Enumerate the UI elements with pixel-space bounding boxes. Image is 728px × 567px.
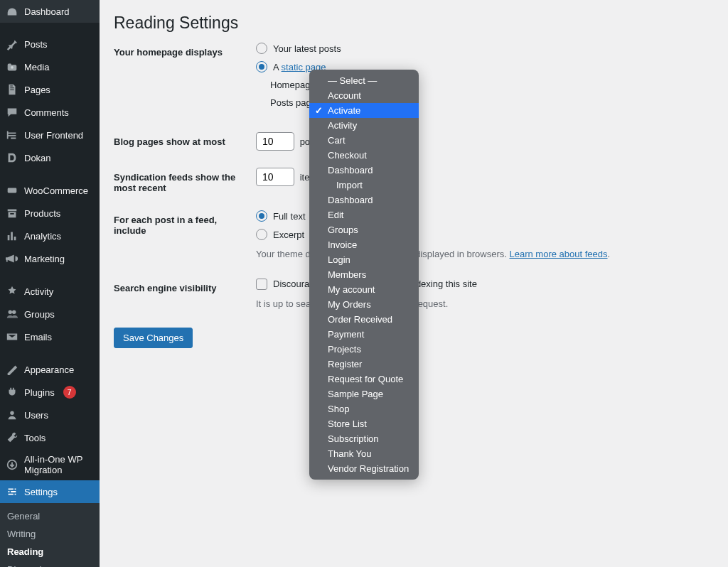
dropdown-option[interactable]: Vendor Registration: [309, 461, 419, 476]
sidebar-item-pages[interactable]: Pages: [0, 78, 100, 101]
tools-icon: [6, 431, 18, 444]
sidebar-item-all-in-one-wp-migration[interactable]: All-in-One WP Migration: [0, 449, 100, 480]
sidebar-item-posts[interactable]: Posts: [0, 33, 100, 55]
radio-latest-posts[interactable]: [256, 43, 267, 54]
dropdown-option[interactable]: Dashboard: [309, 193, 419, 207]
radio-full-text[interactable]: [256, 210, 267, 222]
megaphone-icon: [6, 252, 18, 265]
sidebar-item-label: Emails: [24, 332, 52, 342]
sidebar-item-analytics[interactable]: Analytics: [0, 225, 100, 247]
sidebar-item-plugins[interactable]: Plugins7: [0, 381, 100, 404]
sidebar-item-marketing[interactable]: Marketing: [0, 247, 100, 270]
admin-sidebar: DashboardPostsMediaPagesCommentsUser Fro…: [0, 0, 100, 567]
page-title: Reading Settings: [114, 7, 714, 43]
sidebar-item-users[interactable]: Users: [0, 404, 100, 426]
settings-submenu: GeneralWritingReadingDiscussionMedia: [0, 503, 100, 567]
radio-latest-posts-label: Your latest posts: [273, 43, 341, 54]
sidebar-item-products[interactable]: Products: [0, 202, 100, 225]
svg-point-3: [12, 310, 16, 314]
dropdown-option[interactable]: Shop: [309, 401, 419, 416]
sidebar-item-settings[interactable]: Settings: [0, 480, 100, 503]
dropdown-option[interactable]: Order Received: [309, 312, 419, 327]
sidebar-item-appearance[interactable]: Appearance: [0, 358, 100, 381]
dashboard-icon: [6, 5, 18, 18]
sidebar-item-label: Appearance: [24, 364, 74, 375]
dropdown-option[interactable]: Dashboard: [309, 163, 419, 178]
sidebar-item-woocommerce[interactable]: WooCommerce: [0, 179, 100, 202]
radio-excerpt-label: Excerpt: [273, 230, 304, 240]
dropdown-option[interactable]: Activate: [309, 103, 419, 118]
dropdown-option[interactable]: Thank You: [309, 446, 419, 461]
settings-icon: [6, 485, 18, 498]
dropdown-option[interactable]: Login: [309, 252, 419, 267]
radio-static-page[interactable]: [256, 61, 267, 72]
activity-icon: [6, 285, 18, 298]
submenu-item-reading[interactable]: Reading: [0, 543, 100, 561]
sidebar-item-label: Analytics: [24, 231, 61, 242]
archive-icon: [6, 207, 18, 220]
dropdown-option[interactable]: Account: [309, 88, 419, 103]
svg-point-4: [10, 411, 14, 415]
submenu-item-discussion[interactable]: Discussion: [0, 561, 100, 567]
sidebar-item-label: Posts: [24, 39, 48, 50]
dropdown-option[interactable]: My Orders: [309, 297, 419, 312]
migration-icon: [6, 458, 18, 471]
dropdown-option[interactable]: Invoice: [309, 237, 419, 252]
sidebar-item-dokan[interactable]: Dokan: [0, 146, 100, 169]
svg-point-2: [9, 310, 12, 314]
sidebar-item-groups[interactable]: Groups: [0, 303, 100, 325]
search-visibility-label: Search engine visibility: [114, 279, 256, 293]
dropdown-option[interactable]: Import: [309, 178, 419, 193]
sidebar-item-comments[interactable]: Comments: [0, 101, 100, 124]
sidebar-item-emails[interactable]: Emails: [0, 325, 100, 348]
dropdown-option[interactable]: — Select —: [309, 73, 419, 88]
sidebar-item-label: Settings: [24, 487, 58, 497]
sidebar-item-label: Activity: [24, 286, 53, 297]
dropdown-option[interactable]: Groups: [309, 222, 419, 237]
dropdown-option[interactable]: Cart: [309, 133, 419, 148]
sidebar-item-label: Products: [24, 208, 60, 219]
radio-excerpt[interactable]: [256, 229, 267, 240]
syndication-input[interactable]: [256, 168, 294, 186]
svg-point-0: [11, 66, 14, 69]
page-icon: [6, 83, 18, 96]
dropdown-option[interactable]: Projects: [309, 342, 419, 357]
dropdown-option[interactable]: Register: [309, 357, 419, 372]
dropdown-option[interactable]: Request for Quote: [309, 372, 419, 387]
users-icon: [6, 409, 18, 421]
page-select-dropdown[interactable]: — Select —AccountActivateActivityCartChe…: [309, 70, 419, 480]
chart-icon: [6, 230, 18, 242]
checkbox-discourage[interactable]: [256, 279, 267, 290]
sidebar-item-media[interactable]: Media: [0, 55, 100, 78]
dropdown-option[interactable]: Edit: [309, 207, 419, 222]
save-button[interactable]: Save Changes: [114, 328, 193, 348]
blogpages-label: Blog pages show at most: [114, 132, 256, 147]
sidebar-item-user-frontend[interactable]: User Frontend: [0, 124, 100, 146]
blogpages-input[interactable]: [256, 132, 294, 151]
pin-icon: [6, 38, 18, 50]
sidebar-item-label: Pages: [24, 85, 50, 95]
sidebar-item-dashboard[interactable]: Dashboard: [0, 0, 100, 23]
dokan-icon: [6, 151, 18, 164]
dropdown-option[interactable]: My account: [309, 282, 419, 297]
sidebar-item-label: WooCommerce: [24, 185, 88, 196]
dropdown-option[interactable]: Payment: [309, 327, 419, 342]
userfe-icon: [6, 129, 18, 141]
submenu-item-writing[interactable]: Writing: [0, 525, 100, 543]
sidebar-item-label: Dokan: [24, 153, 51, 163]
submenu-item-general[interactable]: General: [0, 507, 100, 525]
sidebar-item-label: Dashboard: [24, 6, 70, 17]
email-icon: [6, 330, 18, 343]
sidebar-item-label: All-in-One WP Migration: [24, 454, 94, 475]
dropdown-option[interactable]: Checkout: [309, 148, 419, 163]
dropdown-option[interactable]: Activity: [309, 118, 419, 133]
dropdown-option[interactable]: Subscription: [309, 431, 419, 446]
appearance-icon: [6, 363, 18, 376]
group-icon: [6, 308, 18, 320]
learn-more-feeds-link[interactable]: Learn more about feeds: [509, 249, 607, 259]
sidebar-item-tools[interactable]: Tools: [0, 426, 100, 449]
dropdown-option[interactable]: Members: [309, 267, 419, 282]
dropdown-option[interactable]: Store List: [309, 416, 419, 431]
sidebar-item-activity[interactable]: Activity: [0, 280, 100, 303]
dropdown-option[interactable]: Sample Page: [309, 387, 419, 401]
